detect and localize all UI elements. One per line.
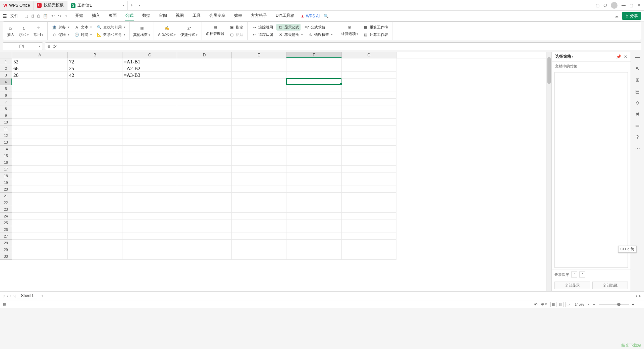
cell[interactable] — [286, 179, 342, 186]
hamburger-icon[interactable]: ☰ — [3, 13, 7, 19]
tools-icon[interactable]: ✖ — [636, 111, 640, 117]
cell[interactable] — [177, 105, 232, 112]
autosum-button[interactable]: Σ求和▾ — [18, 25, 30, 37]
cell[interactable] — [12, 85, 68, 92]
row-header-15[interactable]: 15 — [0, 152, 12, 159]
cell[interactable] — [12, 152, 68, 159]
cell[interactable] — [342, 253, 396, 260]
window-restore-icon[interactable]: ▢ — [596, 3, 599, 8]
cell[interactable] — [68, 206, 122, 213]
cell[interactable] — [177, 172, 232, 179]
cell[interactable] — [342, 186, 396, 193]
cell[interactable] — [342, 139, 396, 146]
row-header-9[interactable]: 9 — [0, 112, 12, 119]
cell[interactable] — [122, 112, 177, 119]
cell[interactable] — [342, 112, 396, 119]
row-header-20[interactable]: 20 — [0, 186, 12, 193]
cells-area[interactable]: 5272=A1-B16625=A2-B22642=A3-B3 — [12, 58, 546, 291]
trace-dependents-button[interactable]: ⇠追踪从属 — [250, 31, 274, 38]
cell[interactable] — [342, 65, 396, 72]
cell[interactable] — [177, 72, 232, 79]
cell[interactable] — [342, 119, 396, 126]
cell[interactable] — [286, 92, 342, 99]
lookup-button[interactable]: 🔍查找与引用▾ — [95, 24, 127, 31]
share-button[interactable]: ⇪分享 — [622, 12, 641, 20]
sheet-nav-last[interactable]: ›| — [13, 294, 16, 298]
tab-ffgz[interactable]: 方方格子 — [250, 11, 268, 20]
cell[interactable] — [342, 166, 396, 172]
row-header-18[interactable]: 18 — [0, 172, 12, 179]
calc-options-button[interactable]: 🖩计算选项▾ — [340, 24, 360, 38]
zoom-out-button[interactable]: − — [593, 302, 595, 306]
cell[interactable] — [286, 253, 342, 260]
cell[interactable] — [342, 126, 396, 132]
cell[interactable] — [232, 92, 286, 99]
cell[interactable] — [68, 126, 122, 132]
common-button[interactable]: ☆常用▾ — [32, 25, 45, 37]
paste-icon[interactable]: 📋 — [43, 14, 48, 18]
cell[interactable] — [342, 159, 396, 166]
tab-add-button[interactable]: + — [128, 3, 136, 8]
cell[interactable] — [177, 146, 232, 152]
undo-icon[interactable]: ↶ — [51, 14, 55, 18]
cell[interactable] — [177, 219, 232, 226]
cell[interactable] — [232, 132, 286, 139]
column-header-F[interactable]: F — [286, 52, 342, 58]
cell[interactable] — [342, 152, 396, 159]
eval-formula-button[interactable]: =?公式求值 — [303, 24, 327, 31]
row-header-12[interactable]: 12 — [0, 132, 12, 139]
name-manager-button[interactable]: ▤名称管理器 — [205, 24, 226, 38]
cell[interactable] — [12, 79, 68, 85]
cell[interactable] — [232, 146, 286, 152]
cell[interactable] — [122, 159, 177, 166]
cell[interactable] — [286, 240, 342, 246]
cell[interactable] — [232, 213, 286, 219]
cell[interactable] — [68, 246, 122, 253]
cell[interactable] — [177, 65, 232, 72]
show-all-button[interactable]: 全部显示 — [554, 282, 590, 289]
cell[interactable] — [122, 199, 177, 206]
cell[interactable] — [232, 126, 286, 132]
cell[interactable] — [68, 132, 122, 139]
properties-icon[interactable]: ⊞ — [636, 77, 640, 83]
cell[interactable] — [177, 226, 232, 233]
cell[interactable] — [68, 146, 122, 152]
cell[interactable] — [122, 246, 177, 253]
cell[interactable] — [177, 253, 232, 260]
sheet-tab-active[interactable]: Sheet1 — [17, 293, 37, 299]
cell[interactable] — [122, 85, 177, 92]
cell[interactable] — [232, 193, 286, 199]
row-header-10[interactable]: 10 — [0, 119, 12, 126]
cell[interactable] — [232, 99, 286, 105]
maximize-icon[interactable]: ▢ — [630, 3, 633, 8]
cell[interactable] — [12, 226, 68, 233]
cell[interactable] — [68, 152, 122, 159]
sheet-nav-first[interactable]: |‹ — [3, 294, 5, 298]
text-button[interactable]: A文本▾ — [73, 24, 93, 31]
cell[interactable] — [286, 79, 342, 85]
cell[interactable] — [342, 72, 396, 79]
cell[interactable] — [68, 213, 122, 219]
cell[interactable] — [232, 219, 286, 226]
trace-precedents-button[interactable]: ⇢追踪引用 — [250, 24, 274, 31]
cell[interactable] — [342, 99, 396, 105]
tab-tools[interactable]: 工具 — [192, 11, 201, 20]
cell[interactable]: 25 — [68, 65, 122, 72]
cell[interactable] — [12, 126, 68, 132]
name-box[interactable]: F4 ▾ — [3, 42, 43, 50]
cell[interactable] — [122, 99, 177, 105]
cell[interactable] — [122, 152, 177, 159]
logic-button[interactable]: ◇逻辑▾ — [50, 31, 71, 38]
cell[interactable]: 26 — [12, 72, 68, 79]
quick-formula-button[interactable]: Σ*便捷公式▾ — [179, 25, 199, 37]
cell[interactable] — [286, 199, 342, 206]
error-check-button[interactable]: ⚠错误检查▾ — [306, 31, 334, 38]
cell[interactable] — [122, 186, 177, 193]
time-button[interactable]: 🕒时间▾ — [73, 31, 93, 38]
cell[interactable] — [122, 213, 177, 219]
cell[interactable] — [68, 253, 122, 260]
cell[interactable] — [68, 199, 122, 206]
cell[interactable] — [342, 92, 396, 99]
cell[interactable] — [177, 79, 232, 85]
cell[interactable] — [68, 139, 122, 146]
